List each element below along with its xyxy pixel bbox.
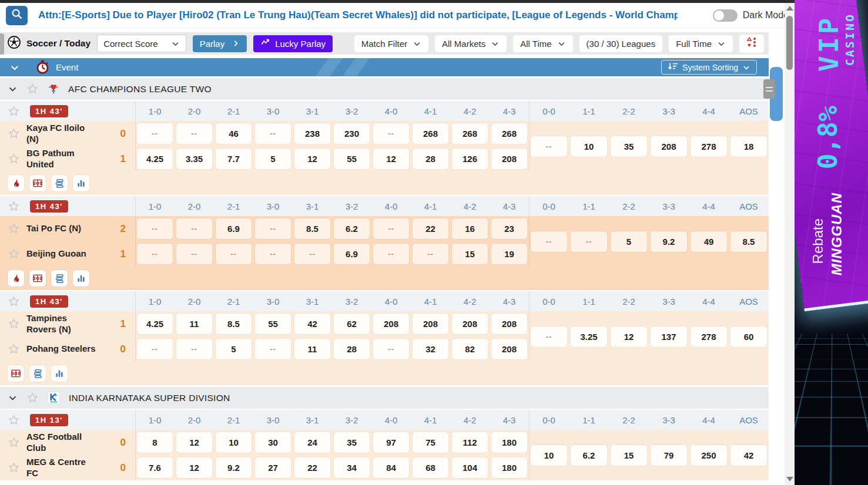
drag-grip[interactable] [763, 79, 775, 99]
draw-odds-cell[interactable]: 10 [571, 136, 607, 157]
draw-odds-cell[interactable]: 49 [691, 231, 727, 252]
odds-cell[interactable]: 55 [255, 314, 291, 334]
favorite-star-icon[interactable] [26, 392, 39, 404]
odds-cell[interactable]: 34 [334, 457, 370, 478]
odds-cell[interactable]: 268 [491, 123, 527, 144]
draw-odds-cell[interactable]: 137 [651, 326, 687, 347]
match-filter-dropdown[interactable]: Match Filter [354, 35, 428, 52]
odds-cell[interactable]: 5 [255, 149, 291, 169]
odds-cell[interactable]: 8 [137, 432, 173, 453]
odds-cell[interactable]: 23 [491, 218, 527, 239]
odds-cell[interactable]: 180 [491, 457, 527, 478]
odds-cell[interactable]: 84 [373, 457, 409, 478]
scrollbar-thumb[interactable] [786, 16, 793, 70]
chevron-down-icon[interactable] [8, 393, 18, 403]
odds-cell[interactable]: 104 [452, 457, 488, 478]
odds-cell[interactable]: 126 [452, 149, 488, 169]
favorite-star-icon[interactable] [8, 295, 20, 308]
odds-cell[interactable]: 12 [294, 149, 330, 169]
parlay-button[interactable]: Parlay [193, 35, 247, 52]
odds-cell[interactable]: 6.2 [334, 218, 370, 239]
favorite-star-icon[interactable] [8, 462, 20, 474]
odds-cell[interactable]: 208 [491, 314, 527, 334]
draw-odds-cell[interactable]: 3.25 [571, 326, 607, 347]
promo-banner[interactable]: CASINO VIP 0,8% MINGGUAN Rebate [795, 0, 868, 485]
all-time-dropdown[interactable]: All Time [513, 35, 572, 52]
favorite-star-icon[interactable] [8, 343, 20, 355]
odds-cell[interactable]: 12 [176, 457, 212, 478]
odds-cell[interactable]: 8.5 [294, 218, 330, 239]
odds-cell[interactable]: 16 [452, 218, 488, 239]
odds-cell[interactable]: 230 [334, 123, 370, 144]
league-header[interactable]: AFC CHAMPIONS LEAGUE TWO [0, 78, 769, 100]
odds-cell[interactable]: 238 [294, 123, 330, 144]
odds-cell[interactable]: 10 [216, 432, 252, 453]
odds-cell[interactable]: 208 [452, 314, 488, 334]
odds-cell[interactable]: 3.35 [176, 149, 212, 169]
odds-cell[interactable]: 208 [373, 314, 409, 334]
draw-odds-cell[interactable]: 10 [531, 445, 567, 466]
odds-cell[interactable]: 9.2 [216, 457, 252, 478]
odds-cell[interactable]: 4.25 [137, 314, 173, 334]
pitch-button[interactable] [29, 270, 46, 287]
odds-cell[interactable]: 35 [334, 432, 370, 453]
odds-cell[interactable]: 28 [334, 339, 370, 359]
lucky-parlay-button[interactable]: Lucky Parlay [253, 35, 333, 52]
favorite-star-icon[interactable] [8, 105, 20, 117]
odds-cell[interactable]: 55 [334, 149, 370, 169]
draw-odds-cell[interactable]: 278 [691, 136, 727, 157]
scroll-up-arrow-icon[interactable] [786, 6, 793, 11]
all-markets-dropdown[interactable]: All Markets [435, 35, 507, 52]
scroll-down-arrow-icon[interactable] [786, 477, 793, 481]
vertical-scrollbar[interactable] [785, 3, 795, 485]
odds-cell[interactable]: 12 [373, 149, 409, 169]
chart-button[interactable] [51, 365, 68, 382]
odds-cell[interactable]: 82 [452, 339, 488, 359]
fire-button[interactable] [8, 270, 24, 287]
odds-cell[interactable]: 15 [452, 244, 488, 264]
odds-cell[interactable]: 5 [216, 339, 252, 359]
layers-button[interactable] [29, 365, 46, 382]
draw-odds-cell[interactable]: 8.5 [730, 231, 767, 252]
odds-cell[interactable]: 268 [452, 123, 488, 144]
search-button[interactable] [6, 6, 28, 25]
draw-odds-cell[interactable]: 15 [611, 445, 647, 466]
favorite-star-icon[interactable] [8, 248, 20, 260]
draw-odds-cell[interactable]: 18 [730, 136, 767, 157]
odds-cell[interactable]: 4.25 [137, 149, 173, 169]
odds-cell[interactable]: 62 [334, 314, 370, 334]
odds-cell[interactable]: 6.9 [334, 244, 370, 264]
odds-cell[interactable]: 11 [176, 314, 212, 334]
odds-cell[interactable]: 112 [452, 432, 488, 453]
collapse-all-chevron-icon[interactable] [9, 62, 20, 73]
favorite-star-icon[interactable] [8, 436, 20, 449]
favorite-star-icon[interactable] [8, 318, 20, 330]
odds-cell[interactable]: 7.6 [137, 457, 173, 478]
league-header[interactable]: INDIA KARNATAKA SUPER DIVISION [0, 387, 769, 409]
draw-odds-cell[interactable]: 278 [691, 326, 727, 347]
odds-cell[interactable]: 22 [294, 457, 330, 478]
odds-cell[interactable]: 68 [413, 457, 448, 478]
odds-cell[interactable]: 19 [491, 244, 527, 264]
favorite-star-icon[interactable] [26, 83, 39, 95]
odds-sort-button[interactable] [739, 35, 764, 53]
leagues-filter-button[interactable]: (30 / 30) Leagues [579, 35, 663, 52]
pitch-button[interactable] [8, 365, 24, 382]
draw-odds-cell[interactable]: 79 [651, 445, 687, 466]
odds-cell[interactable]: 27 [255, 457, 291, 478]
odds-cell[interactable]: 97 [373, 432, 409, 453]
odds-cell[interactable]: 30 [255, 432, 291, 453]
favorite-star-icon[interactable] [8, 200, 20, 213]
odds-cell[interactable]: 12 [176, 432, 212, 453]
draw-odds-cell[interactable]: 208 [651, 136, 687, 157]
odds-cell[interactable]: 46 [216, 123, 252, 144]
full-time-dropdown[interactable]: Full Time [669, 35, 733, 52]
odds-cell[interactable]: 8.5 [216, 314, 252, 334]
odds-cell[interactable]: 75 [413, 432, 448, 453]
odds-cell[interactable]: 268 [413, 123, 448, 144]
draw-odds-cell[interactable]: 60 [730, 326, 767, 347]
layers-button[interactable] [51, 175, 68, 191]
draw-odds-cell[interactable]: 9.2 [651, 231, 687, 252]
odds-cell[interactable]: 22 [413, 218, 448, 239]
favorite-star-icon[interactable] [8, 127, 20, 140]
